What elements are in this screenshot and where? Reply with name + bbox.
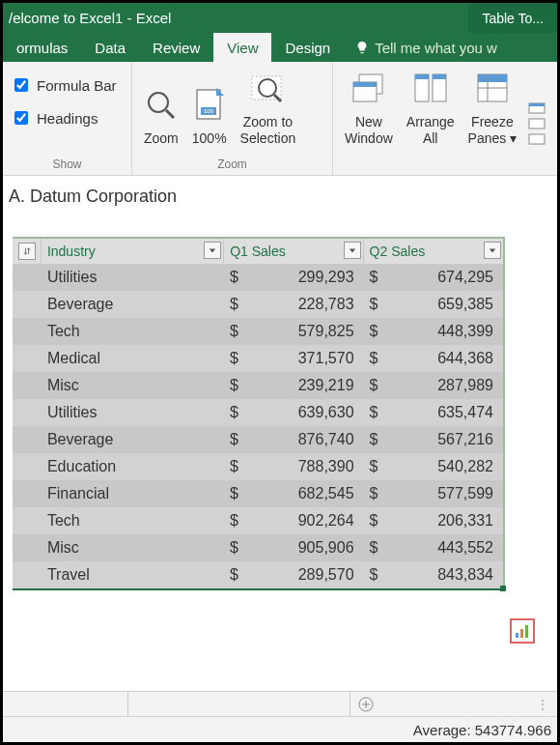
cell-q1-value[interactable]: 371,570 [247,345,364,372]
window-more-icons[interactable] [526,66,547,147]
table-row[interactable]: Travel$289,570$843,834 [13,561,503,588]
cell-q2-currency: $ [364,345,387,372]
table-row[interactable]: Utilities$299,293$674,295 [13,264,503,291]
cell-industry[interactable]: Education [42,453,224,480]
row-gutter [13,372,42,399]
headings-checkbox[interactable]: Headings [11,108,124,128]
cell-q1-value[interactable]: 788,390 [247,453,364,480]
cell-industry[interactable]: Beverage [42,426,224,453]
cell-q2-value[interactable]: 635,474 [386,399,503,426]
row-gutter [13,507,42,534]
table-row[interactable]: Beverage$876,740$567,216 [13,426,503,453]
cell-industry[interactable]: Misc [42,372,224,399]
filter-dropdown-icon[interactable] [204,242,221,259]
cell-q1-value[interactable]: 228,783 [247,291,364,318]
filter-dropdown-icon[interactable] [344,242,361,259]
table-row[interactable]: Tech$902,264$206,331 [13,507,503,534]
tell-me-search[interactable]: Tell me what you w [344,33,497,62]
header-industry[interactable]: Industry [42,239,224,264]
ribbon-tabs: ormulas Data Review View Design Tell me … [3,33,557,62]
table-row[interactable]: Financial$682,545$577,599 [13,480,503,507]
row-gutter [13,399,42,426]
table-row[interactable]: Beverage$228,783$659,385 [13,291,503,318]
cell-industry[interactable]: Misc [42,534,224,561]
cell-q1-value[interactable]: 299,293 [247,264,364,291]
arrange-all-button[interactable]: Arrange All [403,66,459,147]
cell-industry[interactable]: Tech [42,507,224,534]
cell-q2-value[interactable]: 674,295 [386,264,503,291]
cell-q2-currency: $ [364,561,387,588]
table-row[interactable]: Misc$239,219$287,989 [13,372,503,399]
cell-q2-value[interactable]: 287,989 [386,372,503,399]
formula-bar-checkbox[interactable]: Formula Bar [11,75,124,95]
cell-q1-value[interactable]: 905,906 [247,534,364,561]
zoom-button[interactable]: Zoom [140,66,182,147]
cell-industry[interactable]: Utilities [42,399,224,426]
cell-q1-currency: $ [224,561,247,588]
new-window-button[interactable]: New Window [341,66,397,147]
table-row[interactable]: Tech$579,825$448,399 [13,318,503,345]
cell-q2-value[interactable]: 659,385 [386,291,503,318]
cell-industry[interactable]: Medical [42,345,224,372]
cell-q1-currency: $ [224,345,247,372]
cell-q2-value[interactable]: 443,552 [386,534,503,561]
cell-q2-value[interactable]: 577,599 [386,480,503,507]
tab-data[interactable]: Data [81,33,139,62]
cell-q2-value[interactable]: 448,399 [386,318,503,345]
cell-q2-value[interactable]: 843,834 [386,561,503,588]
tab-design[interactable]: Design [271,33,344,62]
formula-bar-check-input[interactable] [14,78,28,92]
cell-q2-value[interactable]: 567,216 [386,426,503,453]
row-gutter [13,318,42,345]
cell-q2-value[interactable]: 540,282 [386,453,503,480]
cell-q2-value[interactable]: 206,331 [386,507,503,534]
sheet-tabs-area[interactable] [128,692,350,716]
cell-q1-value[interactable]: 876,740 [247,426,364,453]
status-average: Average: 543774.966 [413,722,551,738]
cell-industry[interactable]: Tech [42,318,224,345]
cell-industry[interactable]: Financial [42,480,224,507]
tab-formulas[interactable]: ormulas [3,33,81,62]
table-row[interactable]: Misc$905,906$443,552 [13,534,503,561]
sheet-bar-options-icon[interactable]: ⋮ [536,697,557,712]
cell-q1-currency: $ [224,453,247,480]
contextual-tab-group: Table To... [468,3,557,33]
table-row[interactable]: Education$788,390$540,282 [13,453,503,480]
freeze-panes-button[interactable]: Freeze Panes ▾ [464,66,521,147]
arrange-all-icon [413,66,448,112]
cell-q2-currency: $ [364,399,387,426]
fill-handle[interactable] [500,586,506,591]
new-sheet-button[interactable] [350,697,381,712]
zoom-100-button[interactable]: 100 100% [188,66,231,147]
cell-industry[interactable]: Beverage [42,291,224,318]
cell-q2-value[interactable]: 644,368 [386,345,503,372]
cell-q1-value[interactable]: 902,264 [247,507,364,534]
table-row[interactable]: Medical$371,570$644,368 [13,345,503,372]
cell-industry[interactable]: Travel [42,561,224,588]
zoom-to-selection-button[interactable]: Zoom to Selection [237,66,300,147]
cell-q1-value[interactable]: 579,825 [247,318,364,345]
cell-q1-currency: $ [224,399,247,426]
row-gutter [13,345,42,372]
tab-view[interactable]: View [213,33,271,62]
worksheet-area: A. Datum Corporation Industry Q1 Sales [3,179,557,742]
window-title: /elcome to Excel1 - Excel [3,10,171,26]
cell-q1-value[interactable]: 682,545 [247,480,364,507]
name-box-value[interactable]: A. Datum Corporation [3,179,557,215]
cell-q2-currency: $ [364,507,387,534]
table-row[interactable]: Utilities$639,630$635,474 [13,399,503,426]
header-q2-sales[interactable]: Q2 Sales [364,239,503,264]
data-table[interactable]: Industry Q1 Sales Q2 Sales Utilities$299… [13,237,505,590]
quick-analysis-button[interactable] [510,618,535,644]
cell-industry[interactable]: Utilities [42,264,224,291]
cell-q1-value[interactable]: 639,630 [247,399,364,426]
sheet-nav-area[interactable] [3,692,128,716]
row-sort-indicator[interactable] [13,239,42,264]
cell-q1-value[interactable]: 239,219 [247,372,364,399]
tab-review[interactable]: Review [139,33,213,62]
filter-dropdown-icon[interactable] [484,242,501,259]
headings-check-input[interactable] [14,111,28,125]
header-q1-sales[interactable]: Q1 Sales [224,239,363,264]
ribbon: Formula Bar Headings Show Zoom [3,62,557,176]
cell-q1-value[interactable]: 289,570 [247,561,364,588]
